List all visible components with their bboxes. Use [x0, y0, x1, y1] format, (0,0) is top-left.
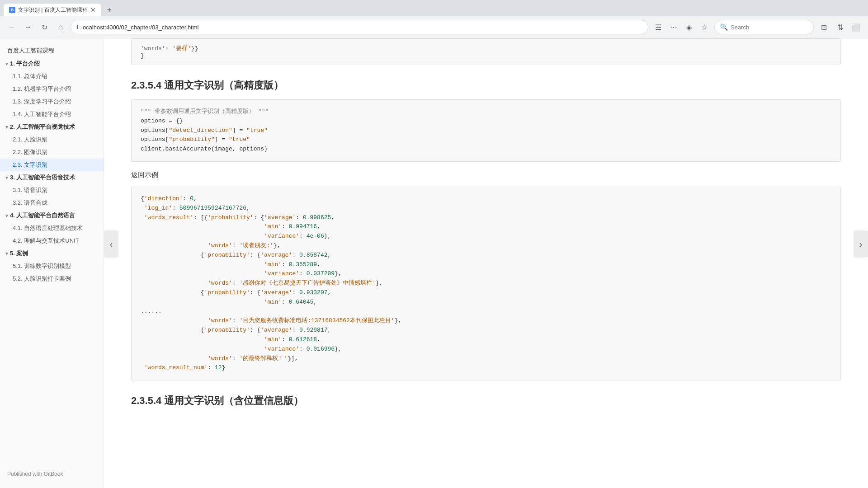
toggle-icon-2: ▾	[5, 124, 8, 130]
forward-button[interactable]: →	[22, 21, 34, 33]
back-button[interactable]: ←	[5, 21, 18, 33]
section-title-2: 2.3.5.4 通用文字识别（含位置信息版）	[131, 394, 841, 408]
sidebar-item-section4[interactable]: ▾ 4. 人工智能平台自然语言	[0, 209, 104, 222]
address-bar[interactable]: ℹ	[71, 20, 648, 34]
sidebar-item-section5[interactable]: ▾ 5. 案例	[0, 247, 104, 260]
toggle-icon-5: ▾	[5, 251, 8, 257]
sidebar-item-label: 4.2. 理解与交互技术UNIT	[13, 237, 79, 245]
toggle-icon-3: ▾	[5, 175, 8, 181]
tab-favicon: B	[9, 7, 15, 13]
sidebar-header: 百度人工智能课程	[0, 44, 104, 57]
sidebar-item-label: 2.2. 图像识别	[13, 148, 47, 156]
content-area: 'words': '要样'}} } 2.3.5.4 通用文字识别（高精度版） "…	[104, 38, 868, 488]
sidebar-item-label: 5. 案例	[10, 249, 28, 258]
sidebar-item-label: 3. 人工智能平台语音技术	[10, 174, 75, 182]
new-tab-button[interactable]: +	[103, 4, 116, 16]
sidebar-item-1-2[interactable]: 1.2. 机器学习平台介绍	[0, 83, 104, 95]
sidebar-item-2-3[interactable]: 2.3. 文字识别	[0, 159, 104, 171]
sidebar-item-3-1[interactable]: 3.1. 语音识别	[0, 184, 104, 197]
sidebar: 百度人工智能课程 ▾ 1. 平台介绍 1.1. 总体介绍 1.2. 机器学习平台…	[0, 38, 104, 488]
sidebar-item-label: 4.1. 自然语言处理基础技术	[13, 224, 83, 232]
pocket-button[interactable]: ◈	[683, 21, 695, 33]
tab-bar: B 文字识别 | 百度人工智能课程 ✕ +	[0, 0, 868, 16]
sidebar-item-label: 5.2. 人脸识别打卡案例	[13, 275, 71, 283]
search-input[interactable]	[731, 24, 807, 31]
extensions-button[interactable]: ⋯	[667, 21, 680, 33]
bookmarks-button[interactable]: ☰	[652, 21, 665, 33]
top-code-block: 'words': '要样'}} }	[131, 38, 841, 65]
sidebar-item-label: 4. 人工智能平台自然语言	[10, 211, 75, 220]
sidebar-item-4-1[interactable]: 4.1. 自然语言处理基础技术	[0, 222, 104, 235]
toggle-icon-4: ▾	[5, 213, 8, 219]
sidebar-item-1-3[interactable]: 1.3. 深度学习平台介绍	[0, 95, 104, 108]
toggle-icon-1: ▾	[5, 61, 8, 67]
sidebar-item-section3[interactable]: ▾ 3. 人工智能平台语音技术	[0, 171, 104, 184]
section-title-1: 2.3.5.4 通用文字识别（高精度版）	[131, 79, 841, 92]
sidebar-item-label: 3.1. 语音识别	[13, 186, 47, 194]
star-button[interactable]: ☆	[698, 21, 711, 33]
sync-button[interactable]: ⇅	[834, 21, 846, 33]
sidebar-item-2-2[interactable]: 2.2. 图像识别	[0, 146, 104, 159]
sidebar-item-label: 5.1. 训练数字识别模型	[13, 262, 71, 270]
sidebar-item-label: 1.4. 人工智能平台介绍	[13, 110, 71, 118]
url-input[interactable]	[81, 24, 642, 31]
browser-toolbar: ← → ↻ ⌂ ℹ ☰ ⋯ ◈ ☆ 🔍 ⊡ ⇅ ⬜	[0, 16, 868, 38]
sidebar-item-label: 1.2. 机器学习平台介绍	[13, 85, 71, 93]
prev-page-button[interactable]: ‹	[104, 230, 118, 258]
sidebar-item-4-2[interactable]: 4.2. 理解与交互技术UNIT	[0, 235, 104, 247]
sidebar-item-1-1[interactable]: 1.1. 总体介绍	[0, 70, 104, 83]
code-block-1: """ 带参数调用通用文字识别（高精度版） """ options = {} o…	[131, 99, 841, 162]
sidebar-item-label: 1.1. 总体介绍	[13, 72, 47, 80]
sidebar-item-label: 3.2. 语音合成	[13, 199, 47, 207]
toolbar-right: ☰ ⋯ ◈ ☆	[652, 21, 711, 33]
tab-title: 文字识别 | 百度人工智能课程	[18, 6, 88, 14]
browser-chrome: B 文字识别 | 百度人工智能课程 ✕ + ← → ↻ ⌂ ℹ ☰ ⋯ ◈ ☆ …	[0, 0, 868, 38]
sidebar-item-label: 2.1. 人脸识别	[13, 136, 47, 144]
result-code-block: {'direction': 0, 'log_id': 5099671959247…	[131, 187, 841, 380]
active-tab[interactable]: B 文字识别 | 百度人工智能课程 ✕	[4, 4, 101, 16]
sidebar-item-1-4[interactable]: 1.4. 人工智能平台介绍	[0, 108, 104, 121]
sidebar-item-2-1[interactable]: 2.1. 人脸识别	[0, 133, 104, 146]
search-box[interactable]: 🔍	[714, 20, 814, 34]
refresh-button[interactable]: ↻	[38, 21, 51, 33]
sidebar-toggle-button[interactable]: ⊡	[817, 21, 830, 33]
sidebar-item-section1[interactable]: ▾ 1. 平台介绍	[0, 57, 104, 70]
sidebar-item-section2[interactable]: ▾ 2. 人工智能平台视觉技术	[0, 121, 104, 133]
home-button[interactable]: ⌂	[54, 21, 67, 33]
search-icon: 🔍	[720, 23, 728, 31]
sidebar-item-5-1[interactable]: 5.1. 训练数字识别模型	[0, 260, 104, 272]
sidebar-item-3-2[interactable]: 3.2. 语音合成	[0, 197, 104, 209]
sidebar-footer: Published with GitBook	[0, 465, 70, 483]
sidebar-item-5-2[interactable]: 5.2. 人脸识别打卡案例	[0, 272, 104, 285]
sidebar-item-label: 1.3. 深度学习平台介绍	[13, 98, 71, 106]
sidebar-item-label: 2.3. 文字识别	[13, 161, 47, 169]
responsive-button[interactable]: ⬜	[850, 21, 863, 33]
sidebar-item-label: 2. 人工智能平台视觉技术	[10, 123, 75, 131]
return-label: 返回示例	[131, 171, 841, 179]
tab-close-button[interactable]: ✕	[90, 6, 96, 14]
next-page-button[interactable]: ›	[854, 230, 868, 258]
sidebar-item-label: 1. 平台介绍	[10, 60, 40, 68]
security-icon: ℹ	[76, 24, 79, 30]
main-layout: 百度人工智能课程 ▾ 1. 平台介绍 1.1. 总体介绍 1.2. 机器学习平台…	[0, 38, 868, 488]
